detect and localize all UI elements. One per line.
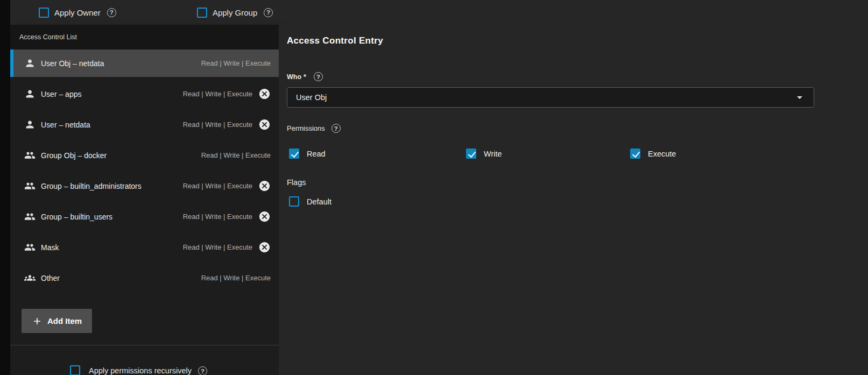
page-left-gutter (0, 0, 10, 375)
who-select[interactable]: User Obj (287, 87, 814, 108)
remove-item-button[interactable] (258, 88, 271, 100)
acl-item-permissions: Read | Write | Execute (201, 59, 271, 67)
acl-list-item[interactable]: MaskRead | Write | Execute (10, 234, 279, 261)
people-icon (24, 150, 36, 161)
default-checkbox[interactable] (289, 196, 299, 207)
acl-item-permissions: Read | Write | Execute (183, 121, 252, 129)
write-option: Write (464, 148, 628, 159)
acl-item-label: User – netdata (41, 121, 90, 129)
remove-item-button[interactable] (258, 241, 271, 253)
person-icon (24, 58, 36, 69)
cancel-icon (258, 180, 271, 192)
checkbox-label: Execute (648, 150, 676, 158)
remove-item-button[interactable] (258, 210, 271, 223)
acl-list-item[interactable]: User Obj – netdataRead | Write | Execute (10, 49, 279, 77)
people-icon (24, 180, 36, 192)
acl-list-item[interactable]: OtherRead | Write | Execute (10, 264, 279, 292)
acl-item-permissions: Read | Write | Execute (201, 274, 271, 282)
page-title: Access Control Entry (287, 36, 868, 46)
list-divider (10, 345, 279, 345)
apply-owner-checkbox[interactable] (39, 8, 49, 18)
people-icon (24, 211, 36, 222)
acl-list-item[interactable]: User – netdataRead | Write | Execute (10, 111, 279, 138)
apply-group-help-icon[interactable] (264, 8, 273, 17)
permissions-checkbox-group: ReadWriteExecute (287, 148, 815, 159)
acl-item-permissions: Read | Write | Execute (201, 151, 271, 159)
remove-item-button[interactable] (258, 180, 271, 192)
acl-item-permissions: Read | Write | Execute (183, 182, 252, 190)
apply-recursively-label: Apply permissions recursively (89, 366, 192, 375)
add-item-label: Add Item (47, 316, 82, 326)
default-option: Default (287, 196, 464, 207)
apply-group-label: Apply Group (213, 8, 257, 17)
required-marker: * (304, 73, 306, 81)
apply-owner-option: Apply Owner (39, 8, 116, 18)
people-icon (24, 242, 36, 253)
apply-owner-label: Apply Owner (54, 8, 101, 17)
acl-list-item[interactable]: Group – builtin_administratorsRead | Wri… (10, 172, 279, 200)
who-select-value: User Obj (296, 93, 327, 102)
read-option: Read (287, 148, 464, 159)
checkbox-label: Default (307, 197, 331, 206)
plus-icon (32, 316, 43, 327)
acl-list-title: Access Control List (10, 25, 279, 49)
top-options-bar: Apply Owner Apply Group (10, 0, 868, 25)
apply-recursively-help-icon[interactable] (198, 366, 207, 375)
who-help-icon[interactable] (314, 72, 323, 81)
acl-list-item[interactable]: Group – builtin_usersRead | Write | Exec… (10, 203, 279, 230)
permissions-label-row: Permissions (287, 124, 868, 133)
execute-option: Execute (628, 148, 676, 159)
add-item-button[interactable]: Add Item (22, 309, 92, 333)
who-field-label-row: Who * (287, 72, 868, 81)
acl-item-label: Other (41, 274, 60, 282)
acl-item-label: User Obj – netdata (41, 59, 104, 68)
groups-icon (24, 272, 36, 284)
who-label: Who (287, 73, 301, 81)
acl-item-label: Group – builtin_users (41, 213, 112, 221)
checkbox-label: Write (484, 150, 502, 158)
acl-item-label: Group – builtin_administrators (41, 182, 142, 190)
acl-item-permissions: Read | Write | Execute (183, 90, 252, 98)
apply-owner-help-icon[interactable] (107, 8, 116, 17)
apply-group-checkbox[interactable] (197, 8, 207, 18)
flags-checkbox-group: Default (287, 196, 868, 207)
acl-item-label: User – apps (41, 90, 81, 98)
acl-editor-screen: Apply Owner Apply Group Access Control L… (0, 0, 868, 375)
acl-list-item[interactable]: Group Obj – dockerRead | Write | Execute (10, 141, 279, 169)
checkbox-label: Read (307, 150, 326, 158)
acl-item-permissions: Read | Write | Execute (183, 243, 252, 251)
acl-list-panel: Access Control List User Obj – netdataRe… (10, 25, 279, 375)
person-icon (24, 88, 36, 100)
permissions-label: Permissions (287, 124, 325, 132)
cancel-icon (258, 88, 271, 100)
acl-item-permissions: Read | Write | Execute (183, 213, 252, 221)
remove-item-button[interactable] (258, 118, 271, 131)
cancel-icon (258, 118, 271, 131)
chevron-down-icon (793, 91, 806, 104)
cancel-icon (258, 210, 271, 223)
acl-item-label: Group Obj – docker (41, 151, 107, 160)
ace-editor-panel: Access Control Entry Who * User Obj Perm… (279, 25, 868, 375)
apply-group-option: Apply Group (197, 8, 273, 18)
acl-item-label: Mask (41, 243, 59, 252)
acl-list-item[interactable]: User – appsRead | Write | Execute (10, 80, 279, 108)
cancel-icon (258, 241, 271, 253)
permissions-help-icon[interactable] (331, 124, 341, 133)
read-checkbox[interactable] (289, 148, 299, 159)
apply-recursively-option: Apply permissions recursively (70, 365, 279, 375)
write-checkbox[interactable] (466, 148, 476, 159)
apply-recursively-checkbox[interactable] (70, 365, 80, 375)
person-icon (24, 119, 36, 130)
execute-checkbox[interactable] (630, 148, 640, 159)
flags-label: Flags (287, 178, 868, 187)
acl-list: User Obj – netdataRead | Write | Execute… (10, 49, 279, 292)
